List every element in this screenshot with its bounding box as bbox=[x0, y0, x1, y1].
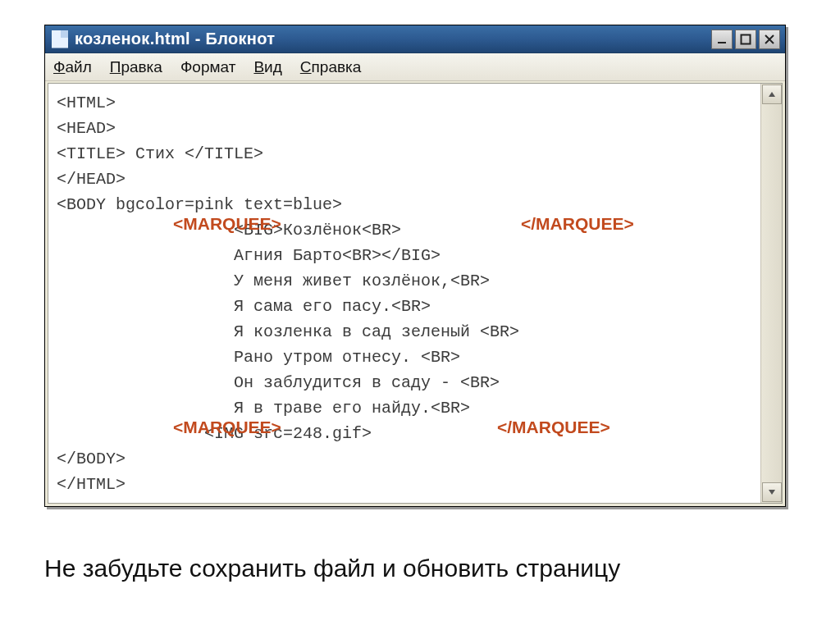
titlebar: козленок.html - Блокнот bbox=[45, 25, 785, 53]
maximize-button[interactable] bbox=[735, 30, 756, 49]
annotation-marquee-open-1: <MARQUEE> bbox=[173, 214, 281, 234]
annotation-marquee-close-1: </MARQUEE> bbox=[521, 214, 634, 234]
annotation-marquee-open-2: <MARQUEE> bbox=[173, 418, 281, 437]
scroll-up-button[interactable] bbox=[762, 84, 782, 104]
close-button[interactable] bbox=[759, 30, 780, 49]
menu-edit[interactable]: Правка bbox=[110, 58, 162, 76]
text-editor[interactable]: <HTML> <HEAD> <TITLE> Стих </TITLE> </HE… bbox=[48, 84, 760, 503]
menu-file[interactable]: Файл bbox=[53, 58, 92, 76]
menu-view[interactable]: Вид bbox=[253, 58, 281, 76]
annotation-marquee-close-2: </MARQUEE> bbox=[497, 418, 610, 437]
svg-rect-0 bbox=[718, 42, 726, 43]
window-buttons bbox=[711, 30, 780, 49]
client-area: <HTML> <HEAD> <TITLE> Стих </TITLE> </HE… bbox=[48, 83, 783, 504]
menu-format[interactable]: Формат bbox=[180, 58, 236, 76]
slide-caption: Не забудьте сохранить файл и обновить ст… bbox=[44, 555, 796, 582]
menu-help[interactable]: Справка bbox=[300, 58, 362, 76]
svg-rect-1 bbox=[742, 34, 751, 43]
menubar: Файл Правка Формат Вид Справка bbox=[45, 53, 785, 81]
scroll-down-button[interactable] bbox=[762, 482, 782, 502]
vertical-scrollbar[interactable] bbox=[760, 84, 782, 503]
minimize-button[interactable] bbox=[711, 30, 733, 49]
window-title: козленок.html - Блокнот bbox=[75, 30, 711, 48]
notepad-window: козленок.html - Блокнот Файл Правка Форм… bbox=[44, 25, 786, 507]
notepad-icon bbox=[52, 30, 68, 48]
